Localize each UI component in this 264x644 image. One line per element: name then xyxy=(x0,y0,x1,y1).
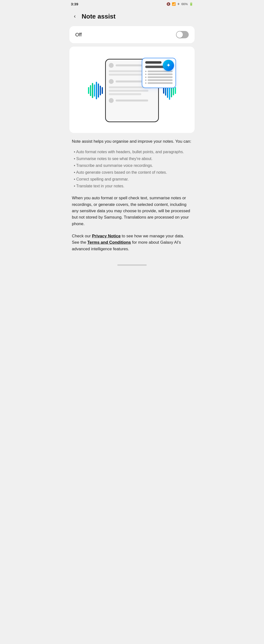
feature-item-5: • Correct spelling and grammar. xyxy=(73,176,192,182)
phone-avatar-2 xyxy=(109,79,114,84)
privacy-text-1: Check our xyxy=(72,234,92,238)
bullet-dot-5 xyxy=(145,82,147,84)
wave-bar-6 xyxy=(98,84,99,98)
phone-row-3 xyxy=(109,98,155,103)
wave-bar-2 xyxy=(90,85,91,96)
airplane-icon: ✈ xyxy=(177,2,180,6)
toggle-card: Off xyxy=(69,26,195,43)
terms-conditions-link[interactable]: Terms and Conditions xyxy=(87,240,131,245)
toggle-label: Off xyxy=(75,32,82,38)
phone-line-3 xyxy=(116,100,148,102)
header: ‹ Note assist xyxy=(66,8,198,26)
summary-bullet-4 xyxy=(145,79,173,81)
ai-badge: ✦ xyxy=(163,60,174,71)
wave-bar-r7 xyxy=(175,87,176,94)
wave-bar-5 xyxy=(96,82,97,99)
bullet-dot-1 xyxy=(145,71,147,72)
privacy-text: Check our Privacy Notice to see how we m… xyxy=(72,233,192,252)
description-main: Note assist helps you organise and impro… xyxy=(72,138,192,145)
wave-left xyxy=(88,81,103,100)
back-chevron-icon: ‹ xyxy=(74,13,76,20)
wave-bar-4 xyxy=(94,84,95,96)
bullet-line-3 xyxy=(148,76,173,78)
wifi-icon: 📶 xyxy=(172,2,176,6)
content-section: Note assist helps you organise and impro… xyxy=(66,137,198,262)
status-icons: 🔇 📶 ✈ 66% 🔋 xyxy=(167,2,193,6)
feature-item-1: • Auto format notes with headers, bullet… xyxy=(73,149,192,155)
scroll-indicator xyxy=(117,264,147,266)
summary-bullet-5 xyxy=(145,82,173,84)
back-button[interactable]: ‹ xyxy=(70,12,80,21)
wave-bar-7 xyxy=(100,86,101,96)
page-title: Note assist xyxy=(82,13,116,20)
battery-percentage: 66% xyxy=(181,2,188,6)
bullet-line-2 xyxy=(148,74,173,75)
bullet-line-4 xyxy=(148,79,173,81)
summary-card: ✦ xyxy=(142,58,176,88)
sparkle-icon: ✦ xyxy=(166,62,171,68)
wave-bar-r1 xyxy=(163,87,164,94)
feature-list: • Auto format notes with headers, bullet… xyxy=(72,149,192,189)
status-bar: 3:39 🔇 📶 ✈ 66% 🔋 xyxy=(66,0,198,8)
feature-item-6: • Translate text in your notes. xyxy=(73,183,192,189)
wave-bar-3 xyxy=(92,83,93,98)
battery-icon: 🔋 xyxy=(189,2,193,6)
summary-bullet-2 xyxy=(145,74,173,75)
privacy-notice-link[interactable]: Privacy Notice xyxy=(92,234,120,238)
bullet-dot-4 xyxy=(145,80,147,81)
mute-icon: 🔇 xyxy=(167,2,170,6)
toggle-switch[interactable] xyxy=(176,31,189,38)
illustration-card: ✦ xyxy=(69,46,195,133)
phone-avatar-1 xyxy=(109,63,114,68)
phone-content-5 xyxy=(109,93,141,95)
summary-bullet-3 xyxy=(145,76,173,78)
feature-item-4: • Auto generate covers based on the cont… xyxy=(73,170,192,176)
disclaimer-text: When you auto format or spell check text… xyxy=(72,195,192,227)
phone-content-4 xyxy=(109,90,148,92)
bullet-dot-3 xyxy=(145,76,147,78)
phone-avatar-3 xyxy=(109,98,114,103)
bullet-dot-2 xyxy=(145,74,147,75)
illustration-wrapper: ✦ xyxy=(86,54,178,127)
wave-bar-1 xyxy=(88,87,89,94)
wave-bar-8 xyxy=(102,87,103,94)
summary-header-line xyxy=(145,61,162,64)
phone-content-2 xyxy=(109,74,146,76)
feature-item-2: • Summarise notes to see what they're ab… xyxy=(73,156,192,162)
feature-item-3: • Transcribe and summarise voice recordi… xyxy=(73,163,192,168)
status-time: 3:39 xyxy=(71,2,78,6)
bullet-line-5 xyxy=(148,82,173,84)
